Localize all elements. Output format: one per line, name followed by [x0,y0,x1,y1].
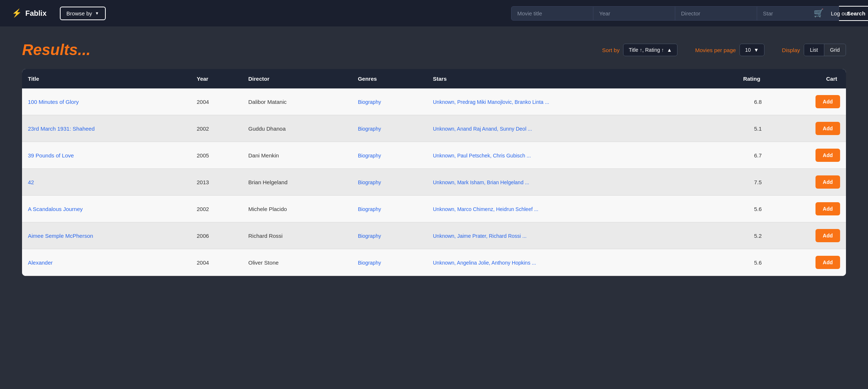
logout-button[interactable]: Log out → [831,10,856,17]
col-header-rating: Rating [702,69,768,88]
movie-genre-cell: Biography [352,88,427,115]
add-to-cart-button[interactable]: Add [815,229,840,242]
add-to-cart-button[interactable]: Add [815,202,840,215]
movie-director-cell: Oliver Stone [242,249,352,276]
movie-cart-cell: Add [768,249,846,276]
movie-rating-cell: 5.1 [702,115,768,142]
movie-rating-cell: 5.6 [702,196,768,222]
per-page-value: 10 [745,47,751,53]
sort-area: Sort by Title ↑, Rating ↑ ▲ [602,44,677,56]
stars-text: Unknown, Marco Chimenz, Heidrun Schleef … [433,206,538,212]
main-content: Results... Sort by Title ↑, Rating ↑ ▲ M… [0,26,868,291]
chevron-up-icon: ▲ [667,47,672,53]
movie-title-link[interactable]: 42 [28,179,34,185]
search-area: Search [511,6,798,21]
movie-rating-cell: 6.7 [702,142,768,169]
sort-by-label: Sort by [602,47,620,53]
table-row: Aimee Semple McPherson 2006 Richard Ross… [22,222,846,249]
movie-year-cell: 2004 [191,249,243,276]
add-to-cart-button[interactable]: Add [815,95,840,108]
add-to-cart-button[interactable]: Add [815,256,840,269]
movie-stars-cell: Unknown, Jaime Prater, Richard Rossi ... [427,222,702,249]
results-title: Results... [22,41,590,59]
movie-cart-cell: Add [768,169,846,196]
add-to-cart-button[interactable]: Add [815,122,840,135]
chevron-down-icon: ▼ [754,47,759,53]
year-input[interactable] [593,6,675,21]
browse-by-button[interactable]: Browse by ▼ [60,7,106,20]
movie-title-link[interactable]: A Scandalous Journey [28,206,83,212]
sort-value: Title ↑, Rating ↑ [629,47,664,53]
chevron-down-icon: ▼ [95,11,99,15]
genre-link[interactable]: Biography [358,260,381,266]
stars-text: Unknown, Mark Isham, Brian Helgeland ... [433,179,529,185]
movie-cart-cell: Add [768,196,846,222]
movie-cart-cell: Add [768,142,846,169]
movie-genre-cell: Biography [352,115,427,142]
per-page-label: Movies per page [695,47,736,53]
col-header-genres: Genres [352,69,427,88]
movie-title-cell: Alexander [22,249,191,276]
table-row: 39 Pounds of Love 2005 Dani Menkin Biogr… [22,142,846,169]
list-view-button[interactable]: List [804,44,824,56]
col-header-stars: Stars [427,69,702,88]
director-input[interactable] [675,6,757,21]
col-header-director: Director [242,69,352,88]
movie-title-cell: 100 Minutes of Glory [22,88,191,115]
stars-text: Unknown, Predrag Miki Manojlovic, Branko… [433,99,549,105]
movie-title-cell: A Scandalous Journey [22,196,191,222]
genre-link[interactable]: Biography [358,206,381,212]
movie-genre-cell: Biography [352,196,427,222]
movie-director-cell: Dani Menkin [242,142,352,169]
movie-stars-cell: Unknown, Paul Petschek, Chris Gubisch ..… [427,142,702,169]
movie-title-link[interactable]: 39 Pounds of Love [28,152,74,159]
movie-title-cell: Aimee Semple McPherson [22,222,191,249]
movies-table: Title Year Director Genres Stars Rating … [22,69,846,276]
table-row: 100 Minutes of Glory 2004 Dalibor Matani… [22,88,846,115]
movie-title-link[interactable]: 23rd March 1931: Shaheed [28,126,95,132]
movie-year-cell: 2005 [191,142,243,169]
movie-title-link[interactable]: 100 Minutes of Glory [28,99,79,105]
movie-title-cell: 39 Pounds of Love [22,142,191,169]
col-header-year: Year [191,69,243,88]
genre-link[interactable]: Biography [358,179,381,185]
display-label: Display [782,47,800,53]
movie-stars-cell: Unknown, Anand Raj Anand, Sunny Deol ... [427,115,702,142]
cart-icon[interactable]: 🛒 [814,8,824,18]
movie-title-input[interactable] [511,6,593,21]
movie-cart-cell: Add [768,115,846,142]
per-page-dropdown[interactable]: 10 ▼ [739,44,764,56]
add-to-cart-button[interactable]: Add [815,149,840,162]
genre-link[interactable]: Biography [358,233,381,239]
sort-dropdown[interactable]: Title ↑, Rating ↑ ▲ [623,44,677,56]
movie-year-cell: 2002 [191,115,243,142]
genre-link[interactable]: Biography [358,126,381,132]
movie-year-cell: 2006 [191,222,243,249]
nav-right: 🛒 Log out → [814,8,856,18]
movie-director-cell: Brian Helgeland [242,169,352,196]
movie-title-cell: 42 [22,169,191,196]
table-row: Alexander 2004 Oliver Stone Biography Un… [22,249,846,276]
table-row: A Scandalous Journey 2002 Michele Placid… [22,196,846,222]
add-to-cart-button[interactable]: Add [815,175,840,189]
grid-view-button[interactable]: Grid [824,44,846,56]
movie-title-link[interactable]: Alexander [28,259,53,266]
table-row: 42 2013 Brian Helgeland Biography Unknow… [22,169,846,196]
stars-text: Unknown, Angelina Jolie, Anthony Hopkins… [433,260,536,266]
movie-rating-cell: 6.8 [702,88,768,115]
movie-stars-cell: Unknown, Mark Isham, Brian Helgeland ... [427,169,702,196]
stars-text: Unknown, Paul Petschek, Chris Gubisch ..… [433,153,531,159]
movie-cart-cell: Add [768,88,846,115]
genre-link[interactable]: Biography [358,153,381,159]
col-header-title: Title [22,69,191,88]
movie-rating-cell: 7.5 [702,169,768,196]
browse-by-label: Browse by [66,10,92,17]
logo-area: ⚡ Fablix [12,8,47,18]
app-name: Fablix [25,9,47,18]
per-page-area: Movies per page 10 ▼ [695,44,764,56]
movie-year-cell: 2004 [191,88,243,115]
movie-director-cell: Michele Placido [242,196,352,222]
genre-link[interactable]: Biography [358,99,381,105]
movie-title-link[interactable]: Aimee Semple McPherson [28,233,93,239]
lightning-icon: ⚡ [12,8,22,18]
